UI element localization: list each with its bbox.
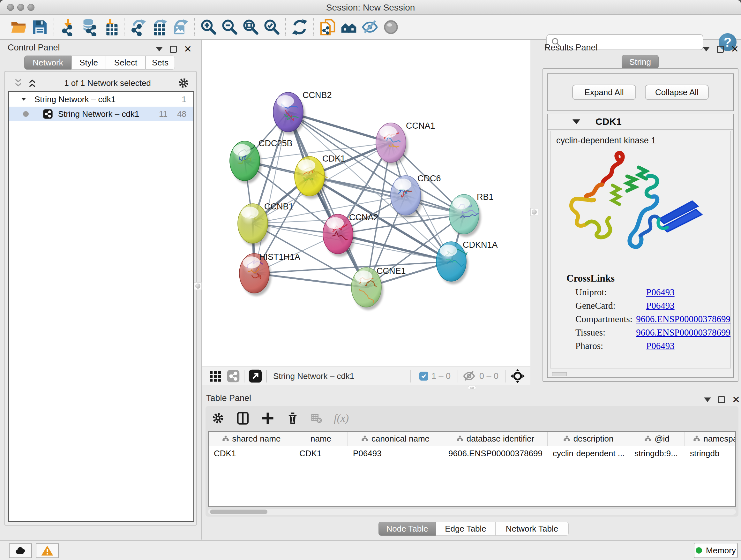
network-share-view-icon[interactable] — [226, 369, 240, 383]
annotation-button[interactable] — [317, 17, 338, 37]
export-network-button[interactable] — [128, 17, 149, 37]
horizontal-splitter-handle[interactable] — [468, 386, 476, 390]
left-splitter-handle[interactable] — [194, 282, 202, 290]
network-canvas[interactable]: CCNB2 CCNA1 CDC25B CDK1 CDC6 RB1 CCNB1 C… — [202, 40, 530, 367]
zoom-fit-button[interactable] — [240, 17, 261, 37]
column-namespace-icon — [644, 435, 651, 442]
refresh-layout-button[interactable] — [289, 17, 310, 37]
grid-view-icon[interactable] — [209, 369, 222, 383]
collection-label: String Network – cdk1 — [35, 95, 116, 105]
collapse-all-button[interactable]: Collapse All — [645, 84, 709, 100]
network-node-CCNB2[interactable] — [273, 92, 305, 135]
save-session-icon — [31, 18, 49, 36]
network-edge[interactable] — [254, 112, 288, 273]
crosslink-link[interactable]: P06493 — [646, 287, 675, 298]
expand-all-networks-icon[interactable] — [27, 78, 38, 88]
results-panel-close-icon[interactable]: ✕ — [731, 46, 739, 53]
string-results-panel: Expand All Collapse All CDK1 cyclin-depe… — [542, 68, 738, 382]
node-table[interactable]: shared namenamecanonical namedatabase id… — [208, 431, 736, 507]
table-options-gear-icon[interactable] — [211, 412, 225, 425]
control-panel-collapse-icon[interactable] — [156, 47, 163, 51]
crosslink-link[interactable]: P06493 — [646, 300, 675, 311]
network-collection-row[interactable]: String Network – cdk1 1 — [9, 92, 193, 107]
crosslink-link[interactable]: P06493 — [646, 341, 675, 351]
right-splitter-handle[interactable] — [530, 208, 538, 216]
open-session-button[interactable] — [8, 17, 29, 37]
control-panel-float-icon[interactable] — [170, 46, 177, 53]
zoom-out-button[interactable] — [219, 17, 240, 37]
show-all-button[interactable] — [381, 17, 401, 37]
crosslink-link[interactable]: 9606.ENSP00000378699 — [636, 314, 731, 324]
export-image-button[interactable] — [170, 17, 191, 37]
column-namespace-icon — [361, 435, 368, 442]
results-scrollbar[interactable] — [552, 372, 567, 376]
warning-status-button[interactable] — [36, 543, 59, 558]
show-all-icon — [382, 18, 400, 36]
cell-id[interactable]: stringdb:9... — [629, 446, 685, 460]
selected-nodes-checkbox[interactable] — [419, 372, 428, 381]
zoom-in-icon — [199, 18, 217, 36]
collapse-all-networks-icon[interactable] — [13, 78, 23, 88]
cell-sharedname[interactable]: CDK1 — [209, 446, 294, 460]
import-table-button[interactable] — [99, 17, 121, 37]
column-header-sharedname[interactable]: shared name — [209, 432, 294, 446]
create-column-icon[interactable] — [261, 412, 274, 425]
column-header-description[interactable]: description — [548, 432, 629, 446]
table-panel-float-icon[interactable] — [718, 396, 725, 403]
column-header-canonicalname[interactable]: canonical name — [348, 432, 443, 446]
table-panel-collapse-icon[interactable] — [704, 397, 711, 402]
table-row[interactable]: CDK1CDK1P064939606.ENSP00000378699cyclin… — [209, 446, 735, 460]
cdk1-section-header[interactable]: CDK1 — [548, 114, 733, 130]
node-label-CCNB2: CCNB2 — [302, 90, 332, 100]
column-header-name[interactable]: name — [294, 432, 348, 446]
results-panel-collapse-icon[interactable] — [703, 47, 710, 51]
column-header-id[interactable]: @id — [629, 432, 685, 446]
table-hscrollbar[interactable] — [208, 509, 736, 515]
tab-edge-table[interactable]: Edge Table — [436, 522, 495, 536]
export-table-button[interactable] — [149, 17, 170, 37]
delete-column-icon[interactable] — [286, 412, 299, 425]
expand-all-button[interactable]: Expand All — [572, 84, 636, 100]
hide-selected-button[interactable] — [359, 17, 381, 37]
table-hscrollbar-thumb[interactable] — [210, 509, 267, 514]
node-label-HIST1H1A: HIST1H1A — [259, 252, 300, 262]
results-panel-float-icon[interactable] — [717, 46, 724, 53]
zoom-selected-button[interactable] — [261, 17, 282, 37]
network-options-gear-icon[interactable] — [178, 77, 190, 89]
tab-string[interactable]: String — [622, 55, 659, 69]
birds-eye-view-icon[interactable] — [510, 368, 525, 384]
tab-node-table[interactable]: Node Table — [379, 522, 436, 536]
detach-view-icon[interactable] — [248, 369, 262, 383]
column-header-namespace[interactable]: namespace — [685, 432, 736, 446]
table-panel-close-icon[interactable]: ✕ — [732, 396, 740, 403]
network-row[interactable]: String Network – cdk1 11 48 — [9, 107, 193, 121]
cloud-status-button[interactable] — [9, 543, 32, 558]
collection-expanded-icon[interactable] — [20, 96, 27, 103]
network-node-RB1[interactable] — [449, 194, 481, 237]
column-header-databaseidentifier[interactable]: database identifier — [443, 432, 548, 446]
import-network-button[interactable] — [57, 17, 78, 37]
zoom-fit-icon — [242, 18, 259, 36]
import-database-button[interactable] — [78, 17, 99, 37]
cell-description[interactable]: cyclin-dependent ... — [548, 446, 629, 460]
crosslink-link[interactable]: 9606.ENSP00000378699 — [636, 327, 731, 338]
cell-name[interactable]: CDK1 — [294, 446, 348, 460]
control-panel-close-icon[interactable]: ✕ — [184, 46, 192, 53]
tab-sets[interactable]: Sets — [145, 56, 175, 70]
tab-network[interactable]: Network — [24, 56, 71, 70]
cell-canonicalname[interactable]: P06493 — [348, 446, 443, 460]
save-session-button[interactable] — [29, 17, 51, 37]
cdk1-gene-name: CDK1 — [596, 116, 622, 127]
tab-style[interactable]: Style — [71, 56, 106, 70]
protein-structure-image — [564, 147, 715, 266]
zoom-in-button[interactable] — [198, 17, 219, 37]
first-neighbors-button[interactable] — [338, 17, 359, 37]
cell-databaseidentifier[interactable]: 9606.ENSP00000378699 — [443, 446, 548, 460]
tab-select[interactable]: Select — [106, 56, 145, 70]
show-columns-icon[interactable] — [236, 412, 250, 425]
cell-namespace[interactable]: stringdb — [685, 446, 736, 460]
tab-network-table[interactable]: Network Table — [495, 522, 569, 536]
memory-button[interactable]: Memory — [694, 543, 738, 558]
cdk1-expanded-icon[interactable] — [572, 119, 580, 124]
zoom-selected-icon — [263, 18, 280, 36]
